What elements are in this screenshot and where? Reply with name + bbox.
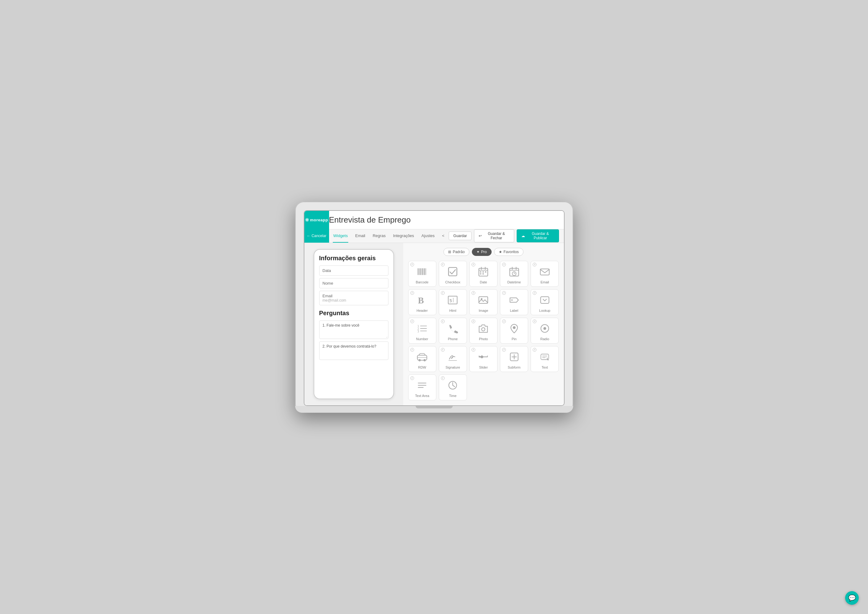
tab-email[interactable]: Email: [355, 229, 366, 243]
text-icon: [539, 350, 550, 364]
tab-ajustes[interactable]: Ajustes: [421, 229, 436, 243]
widget-signature[interactable]: i Signature: [439, 346, 467, 372]
cancel-button[interactable]: ← Cancelar: [307, 234, 326, 238]
phone-frame: Informações gerais Data Nome Email me@ma…: [314, 249, 394, 399]
widget-header-label: Header: [417, 309, 428, 312]
widget-text-info: i: [533, 348, 537, 352]
slider-icon: [478, 350, 489, 364]
save-publish-button[interactable]: ☁ Guardar & Publicar: [516, 229, 559, 242]
widget-email[interactable]: i Email: [530, 261, 559, 287]
widget-radio-info: i: [533, 319, 537, 323]
question-2[interactable]: 2. Por que devemos contratá-lo?: [319, 341, 389, 360]
widget-rdw[interactable]: i RDW: [408, 346, 436, 372]
laptop-screen: ❋ moreapp Entrevista de Emprego ← Cancel…: [304, 210, 565, 406]
laptop-base: [295, 406, 573, 413]
svg-point-46: [424, 359, 426, 361]
widget-barcode[interactable]: i: [408, 261, 436, 287]
widget-subform[interactable]: i Subform: [500, 346, 528, 372]
star-icon: ★: [499, 250, 502, 254]
svg-rect-16: [480, 273, 482, 274]
logo-leaf-icon: ❋: [305, 217, 309, 223]
label-icon: [509, 293, 520, 307]
section-title-general: Informações gerais: [319, 255, 389, 262]
widget-header-info: i: [411, 291, 414, 295]
section-title-perguntas: Perguntas: [319, 310, 389, 317]
email-icon: [539, 265, 550, 278]
widget-header[interactable]: i B Header: [408, 289, 436, 315]
widget-pin-info: i: [502, 319, 506, 323]
widget-photo[interactable]: i Photo: [470, 318, 498, 344]
tab-regras[interactable]: Regras: [372, 229, 386, 243]
widget-text-label: Text: [542, 366, 548, 369]
widget-email-info: i: [533, 263, 537, 267]
svg-rect-3: [421, 268, 422, 275]
save-close-button[interactable]: ↩ Guardar & Fechar: [474, 229, 514, 242]
chat-button[interactable]: 💬: [845, 591, 859, 605]
widget-tab-padrao[interactable]: ⊞ Padrão: [443, 248, 470, 256]
widget-email-label: Email: [540, 280, 549, 284]
widget-number[interactable]: i 1 2 3 Number: [408, 318, 436, 344]
svg-rect-15: [485, 271, 487, 273]
widget-photo-info: i: [471, 319, 475, 323]
subform-icon: [509, 350, 520, 364]
widget-checkbox[interactable]: i Checkbox: [439, 261, 467, 287]
widget-date-info: i: [471, 263, 475, 267]
widget-phone[interactable]: i Phone: [439, 318, 467, 344]
widget-image[interactable]: i Image: [470, 289, 498, 315]
widget-slider-label: Slider: [479, 366, 488, 369]
field-email[interactable]: Email me@mail.com: [319, 291, 389, 305]
widget-checkbox-label: Checkbox: [445, 280, 460, 284]
field-data[interactable]: Data: [319, 265, 389, 276]
widget-signature-info: i: [441, 348, 445, 352]
save-button[interactable]: Guardar: [449, 231, 471, 240]
pro-icon: ✦: [476, 250, 479, 254]
widget-time-info: i: [441, 376, 445, 380]
grid-icon: ⊞: [448, 250, 451, 254]
widget-radio-label: Radio: [540, 337, 549, 341]
laptop-frame: ❋ moreapp Entrevista de Emprego ← Cancel…: [295, 202, 573, 413]
svg-rect-14: [483, 271, 484, 273]
svg-line-66: [453, 385, 454, 387]
widget-textarea[interactable]: i Text Area: [408, 374, 436, 400]
widget-phone-label: Phone: [448, 337, 457, 341]
svg-point-41: [513, 326, 515, 329]
widget-date[interactable]: i: [470, 261, 498, 287]
widget-html-label: Html: [449, 309, 456, 312]
tab-integracoes[interactable]: Integrações: [392, 229, 415, 243]
number-icon: 1 2 3: [417, 322, 428, 335]
field-email-placeholder: me@mail.com: [323, 298, 385, 302]
tab-widgets[interactable]: Widgets: [333, 229, 348, 243]
pin-icon: [509, 322, 520, 335]
widget-pin-label: Pin: [512, 337, 516, 341]
widget-textarea-info: i: [411, 376, 414, 380]
widget-date-label: Date: [480, 280, 487, 284]
svg-point-45: [418, 359, 420, 361]
header-icon: B: [417, 293, 428, 307]
widget-label-label: Label: [510, 309, 518, 312]
widget-html[interactable]: i 5 Html: [439, 289, 467, 315]
tab-chevron[interactable]: <: [441, 229, 445, 243]
widget-text[interactable]: i Text: [530, 346, 559, 372]
widget-pin[interactable]: i Pin: [500, 318, 528, 344]
signature-icon: [447, 350, 458, 364]
widget-subform-label: Subform: [508, 366, 521, 369]
svg-rect-4: [422, 268, 423, 275]
widget-barcode-label: Barcode: [416, 280, 429, 284]
question-1[interactable]: 1. Fale-me sobre você ⌟: [319, 321, 389, 339]
widget-label[interactable]: i Label: [500, 289, 528, 315]
widget-tab-pro[interactable]: ✦ Pro: [472, 248, 492, 256]
widget-radio[interactable]: i Radio: [530, 318, 559, 344]
svg-point-32: [511, 299, 513, 301]
resize-handle-icon: ⌟: [386, 335, 387, 338]
widget-tab-favoritos[interactable]: ★ Favoritos: [494, 248, 523, 256]
widget-slider[interactable]: i Slider: [470, 346, 498, 372]
widget-rdw-info: i: [411, 348, 414, 352]
widget-time[interactable]: i Time: [439, 374, 467, 400]
widget-barcode-info: i: [411, 263, 414, 267]
widget-lookup[interactable]: i Lookup: [530, 289, 559, 315]
widget-subform-info: i: [502, 348, 506, 352]
widget-datetime[interactable]: i Datetime: [500, 261, 528, 287]
svg-rect-1: [419, 268, 419, 275]
field-nome[interactable]: Nome: [319, 278, 389, 288]
svg-rect-33: [540, 297, 549, 304]
